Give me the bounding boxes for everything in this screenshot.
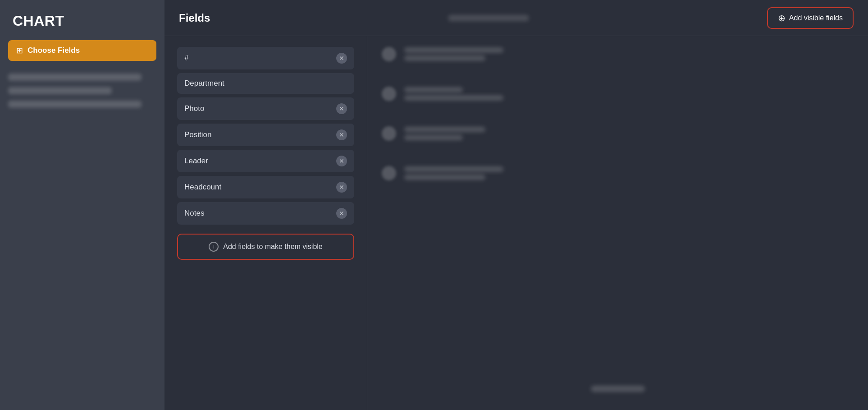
blurred-text-group-2 [404, 87, 503, 101]
blurred-text-2b [404, 95, 503, 101]
field-label-hash: # [184, 54, 188, 63]
blurred-text-2a [404, 87, 463, 92]
header-center [448, 15, 529, 21]
choose-fields-label: Choose Fields [27, 46, 80, 55]
field-item-notes[interactable]: Notes ✕ [177, 202, 354, 225]
add-visible-fields-button[interactable]: ⊕ Add visible fields [767, 7, 854, 29]
field-remove-leader[interactable]: ✕ [336, 156, 347, 166]
plus-circle-icon: ⊕ [778, 13, 786, 23]
field-item-hash[interactable]: # ✕ [177, 47, 354, 69]
blurred-text-group-4 [404, 166, 503, 180]
add-fields-button[interactable]: + Add fields to make them visible [177, 234, 354, 260]
app-title: CHART [0, 0, 164, 40]
header: Fields ⊕ Add visible fields [164, 0, 868, 36]
field-label-headcount: Headcount [184, 183, 221, 192]
sidebar-blurred-section [0, 69, 164, 112]
monitor-icon: ⊞ [16, 46, 23, 55]
blurred-text-4a [404, 166, 503, 172]
right-panel [367, 36, 868, 410]
blurred-text-3b [404, 135, 463, 140]
field-item-department[interactable]: Department [177, 73, 354, 94]
blurred-text-1a [404, 47, 503, 53]
field-label-notes: Notes [184, 209, 204, 218]
blurred-avatar-1 [382, 47, 396, 61]
field-remove-notes[interactable]: ✕ [336, 208, 347, 219]
field-remove-headcount[interactable]: ✕ [336, 182, 347, 193]
blurred-avatar-2 [382, 87, 396, 101]
field-remove-hash[interactable]: ✕ [336, 53, 347, 64]
field-remove-photo[interactable]: ✕ [336, 103, 347, 114]
field-label-position: Position [184, 130, 211, 139]
plus-icon: + [209, 242, 219, 252]
bottom-blur-pill [591, 386, 645, 392]
fields-panel: # ✕ Department Photo ✕ Position ✕ Leader… [164, 36, 367, 410]
sidebar-blur-item-2 [8, 87, 112, 94]
choose-fields-button[interactable]: ⊞ Choose Fields [8, 40, 156, 61]
blurred-avatar-3 [382, 126, 396, 141]
header-blur-pill [448, 15, 529, 21]
blurred-row-1 [382, 47, 854, 61]
blurred-avatar-4 [382, 166, 396, 180]
field-item-headcount[interactable]: Headcount ✕ [177, 176, 354, 198]
field-item-photo[interactable]: Photo ✕ [177, 97, 354, 120]
add-visible-fields-label: Add visible fields [789, 14, 843, 22]
main-content: Fields ⊕ Add visible fields # ✕ Departme… [164, 0, 868, 410]
field-label-photo: Photo [184, 104, 204, 113]
blurred-row-3 [382, 126, 854, 141]
blurred-text-4b [404, 175, 485, 180]
blurred-text-3a [404, 127, 485, 132]
blurred-row-4 [382, 166, 854, 180]
field-label-department: Department [184, 79, 224, 88]
page-title: Fields [179, 12, 210, 24]
blurred-row-2 [382, 87, 854, 101]
field-item-position[interactable]: Position ✕ [177, 124, 354, 146]
sidebar-blur-item-1 [8, 74, 142, 81]
blurred-text-1b [404, 55, 485, 61]
content-area: # ✕ Department Photo ✕ Position ✕ Leader… [164, 36, 868, 410]
blurred-text-group-3 [404, 127, 485, 140]
add-fields-label: Add fields to make them visible [223, 243, 323, 251]
sidebar-blur-item-3 [8, 101, 142, 108]
sidebar: CHART ⊞ Choose Fields [0, 0, 164, 410]
field-remove-position[interactable]: ✕ [336, 129, 347, 140]
field-item-leader[interactable]: Leader ✕ [177, 150, 354, 172]
blurred-text-group-1 [404, 47, 503, 61]
field-label-leader: Leader [184, 157, 208, 166]
